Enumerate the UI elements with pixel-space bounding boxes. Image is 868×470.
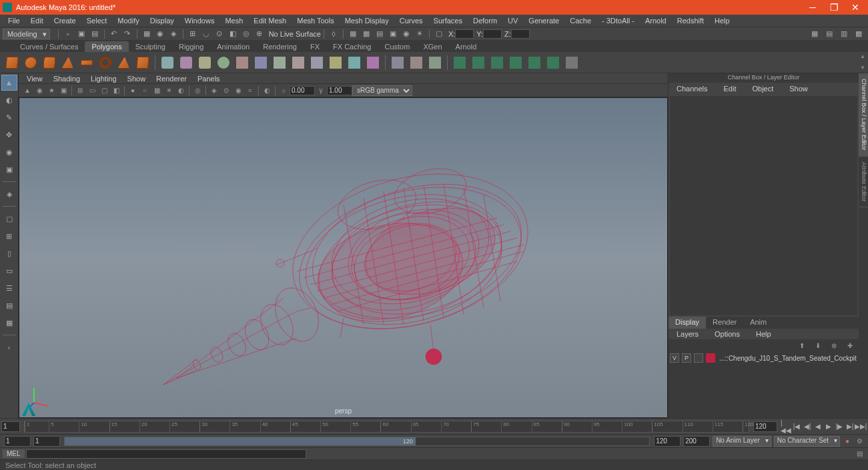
shelf-uv-icon-5[interactable]: [526, 54, 543, 71]
pt-shade-icon[interactable]: ●: [127, 85, 138, 96]
render-icon[interactable]: ▦: [348, 29, 358, 39]
paint-select-icon[interactable]: ◈: [168, 29, 179, 39]
layer-tab-anim[interactable]: Anim: [743, 317, 773, 329]
play-forward-button[interactable]: ▶: [824, 422, 833, 431]
menu-mesh-display[interactable]: Mesh Display: [340, 15, 394, 26]
command-input[interactable]: [26, 449, 306, 459]
shelf-scroll-up-icon[interactable]: ▲: [860, 53, 867, 60]
layout-custom[interactable]: ▦: [1, 315, 17, 331]
pt-exposure-input[interactable]: [290, 86, 315, 95]
channel-menu-show[interactable]: Show: [784, 84, 813, 93]
pt-xray-joint-icon[interactable]: ⊙: [221, 85, 232, 96]
menu--3dtoall-[interactable]: - 3DtoAll -: [596, 15, 640, 26]
menu-modify[interactable]: Modify: [112, 15, 144, 26]
range-start-input[interactable]: [4, 436, 31, 447]
menu-surfaces[interactable]: Surfaces: [428, 15, 468, 26]
pt-shadow-icon[interactable]: ◐: [175, 85, 186, 96]
shelf-mirror-icon[interactable]: [252, 54, 270, 71]
shelf-separate-icon[interactable]: [177, 54, 195, 71]
range-track[interactable]: 120: [64, 437, 650, 446]
pt-grid-icon[interactable]: ⊞: [75, 85, 85, 96]
shelf-uv-icon-3[interactable]: [488, 54, 506, 71]
shelf-plane-icon[interactable]: [78, 54, 95, 71]
snap-point-icon[interactable]: ⊙: [214, 29, 225, 39]
menu-redshift[interactable]: Redshift: [672, 15, 709, 26]
shelf-uv-icon-7[interactable]: [563, 54, 580, 71]
shelf-tab-animation[interactable]: Animation: [210, 41, 256, 52]
vtab-attribute-editor[interactable]: Attribute Editor: [859, 157, 868, 208]
prev-key-button[interactable]: ◀|: [803, 422, 812, 431]
render-ipr-icon[interactable]: ▩: [361, 29, 372, 39]
pt-camera-icon[interactable]: ◉: [34, 85, 45, 96]
shelf-tab-rigging[interactable]: Rigging: [172, 41, 210, 52]
layout-four[interactable]: ⊞: [1, 228, 17, 244]
shelf-fill-icon[interactable]: [327, 54, 344, 71]
shelf-tab-sculpting[interactable]: Sculpting: [129, 41, 172, 52]
construction-icon[interactable]: ▢: [434, 29, 444, 39]
layer-playback[interactable]: P: [682, 353, 691, 363]
pt-gate-icon[interactable]: ▢: [99, 85, 109, 96]
shelf-uv-icon-4[interactable]: [507, 54, 524, 71]
lasso-icon[interactable]: ◉: [155, 29, 165, 39]
paint-tool[interactable]: ✎: [1, 109, 17, 125]
viewport[interactable]: persp: [19, 97, 668, 418]
snap-live-icon[interactable]: ◎: [241, 29, 252, 39]
layer-name-label[interactable]: ...::Chengdu_J10_S_Tandem_Seated_Cockpit: [719, 355, 857, 362]
panel-menu-show[interactable]: Show: [122, 74, 151, 83]
light-editor-icon[interactable]: ☀: [414, 29, 425, 39]
range-in-input[interactable]: [33, 436, 60, 447]
layer-add-icon[interactable]: ⊕: [829, 340, 839, 351]
pt-isolate-icon[interactable]: ◎: [192, 85, 203, 96]
layer-menu-options[interactable]: Options: [709, 329, 745, 339]
shelf-tab-xgen[interactable]: XGen: [416, 41, 448, 52]
layer-move-up-icon[interactable]: ⬆: [797, 340, 807, 351]
layer-row[interactable]: V P ...::Chengdu_J10_S_Tandem_Seated_Coc…: [670, 353, 857, 363]
move-tool[interactable]: ✥: [1, 127, 17, 143]
menu-windows[interactable]: Windows: [179, 15, 220, 26]
layout-graph[interactable]: ▤: [1, 297, 17, 313]
range-end-input[interactable]: [683, 436, 710, 447]
close-button[interactable]: ✕: [851, 3, 860, 12]
vtab-channel-box[interactable]: Channel Box / Layer Editor: [859, 73, 868, 157]
y-input[interactable]: [483, 29, 502, 39]
shelf-tab-fx-caching[interactable]: FX Caching: [326, 41, 378, 52]
x-input[interactable]: [455, 29, 474, 39]
last-tool[interactable]: ◈: [1, 186, 17, 202]
time-current-input[interactable]: [1, 421, 20, 432]
shelf-uv-icon-6[interactable]: [544, 54, 562, 71]
layer-tab-display[interactable]: Display: [669, 317, 706, 329]
shelf-tab-fx[interactable]: FX: [304, 41, 326, 52]
layer-move-down-icon[interactable]: ⬇: [813, 340, 823, 351]
time-ruler[interactable]: 1153045607590105120510202535405055657080…: [24, 421, 749, 433]
menu-mesh[interactable]: Mesh: [220, 15, 248, 26]
shelf-cube-icon[interactable]: [3, 54, 21, 71]
new-scene-icon[interactable]: ▫: [63, 29, 73, 39]
save-scene-icon[interactable]: ▤: [89, 29, 100, 39]
menu-edit[interactable]: Edit: [25, 15, 49, 26]
layout-single[interactable]: ▢: [1, 211, 17, 227]
shelf-tab-custom[interactable]: Custom: [378, 41, 417, 52]
workspace-dropdown[interactable]: Modeling: [3, 29, 50, 39]
layout-outliner[interactable]: ☰: [1, 280, 17, 296]
select-mode-icon[interactable]: ▦: [141, 29, 152, 39]
menu-deform[interactable]: Deform: [468, 15, 502, 26]
layout-icon-4[interactable]: ▩: [853, 29, 864, 39]
lasso-tool[interactable]: ◐: [1, 92, 17, 108]
shelf-bevel-icon[interactable]: [308, 54, 326, 71]
shelf-append-icon[interactable]: [346, 54, 363, 71]
next-key-button[interactable]: |▶: [835, 422, 844, 431]
pt-gamma-icon[interactable]: γ: [316, 85, 326, 96]
shelf-extrude-icon[interactable]: [271, 54, 288, 71]
shelf-extract-icon[interactable]: [196, 54, 213, 71]
menu-create[interactable]: Create: [49, 15, 81, 26]
shelf-multicut-icon[interactable]: [389, 54, 406, 71]
shelf-pipe-icon[interactable]: [134, 54, 151, 71]
pt-texture-icon[interactable]: ▦: [151, 85, 162, 96]
shelf-tab-arnold[interactable]: Arnold: [449, 41, 484, 52]
range-out-input[interactable]: [654, 436, 681, 447]
character-set-dropdown[interactable]: No Character Set: [774, 436, 840, 447]
shelf-bridge-icon[interactable]: [290, 54, 307, 71]
step-forward-button[interactable]: ▶|: [845, 422, 855, 431]
panel-menu-view[interactable]: View: [21, 74, 48, 83]
pt-ao-icon[interactable]: ◉: [233, 85, 244, 96]
